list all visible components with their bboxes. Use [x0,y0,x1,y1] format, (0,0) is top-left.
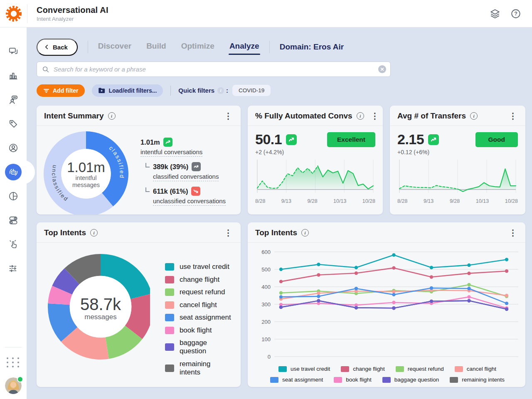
svg-text:500: 500 [261,266,271,273]
legend-swatch [270,377,278,383]
legend-swatch [165,263,174,271]
legend-item[interactable]: cancel flight [455,366,496,372]
x-tick-label: 10/28 [362,198,375,204]
legend-item[interactable]: book flight [165,326,233,335]
main-content: Back DiscoverBuildOptimizeAnalyze Domain… [27,27,532,399]
legend-item[interactable]: change flight [341,366,385,372]
tab-optimize[interactable]: Optimize [181,42,214,52]
filter-icon [43,88,49,94]
sidebar-item-user-account[interactable] [7,142,19,154]
back-button[interactable]: Back [37,39,78,56]
legend-swatch [396,366,404,372]
stat-label[interactable]: unclassified conversations [153,197,226,206]
legend-swatch [450,377,458,383]
search-input[interactable] [54,66,378,73]
sidebar-item-pie-chart[interactable] [7,190,19,202]
rating-badge[interactable]: Good [475,132,518,147]
stat-label[interactable]: intentful conversations [140,148,202,157]
legend-item[interactable]: request refund [396,366,444,372]
legend-item[interactable]: request refund [165,288,233,296]
clear-search-icon[interactable]: ✕ [378,65,386,73]
domain-label: Domain: Eros Air [280,42,344,52]
info-icon[interactable]: i [217,87,224,94]
rating-badge[interactable]: Excellent [327,132,375,147]
sidebar-item-settings-sliders[interactable] [7,263,19,274]
card-title: Intent Summary [44,111,104,121]
trend-down-icon [191,187,200,196]
filter-row: Add filter Load/edit filters... Quick fi… [37,84,525,97]
stat-label[interactable]: classified conversations [153,173,219,181]
legend-label: use travel credit [180,263,229,271]
apps-grid-icon[interactable] [7,357,20,367]
legend-item[interactable]: baggage question [165,339,233,355]
legend-swatch [165,343,174,351]
tab-bar: DiscoverBuildOptimizeAnalyze [98,42,259,52]
search-bar: ✕ [37,62,391,77]
x-tick-label: 9/28 [307,198,317,204]
info-icon[interactable]: i [470,112,478,120]
sidebar-item-analytics[interactable] [7,70,19,81]
legend-item[interactable]: cancel flight [165,301,233,309]
svg-text:0: 0 [268,354,271,360]
x-tick-label: 10/13 [333,198,346,204]
legend-label: book flight [180,326,212,335]
tab-build[interactable]: Build [146,42,166,52]
sidebar-item-tags[interactable] [7,118,19,130]
info-icon[interactable]: i [90,229,98,236]
legend-swatch [278,366,287,372]
legend-item[interactable]: remaining intents [165,360,233,377]
intent-stat-row: 389k (39%)classified conversations [145,162,226,181]
top-intents-lines-card: Top Intents i ⋮ 0100200300400500600 use … [248,222,525,387]
legend-item[interactable]: book flight [334,377,372,383]
info-icon[interactable]: i [357,112,364,120]
tree-corner-icon [145,187,150,192]
trend-up-icon [163,138,172,147]
quick-filter-chips: COVID-19 [232,85,271,96]
kebab-menu-icon[interactable]: ⋮ [507,112,519,120]
intent-stat-row: 611k (61%)unclassified conversations [145,187,226,206]
legend-item[interactable]: baggage question [382,377,439,383]
sidebar-item-agent-chat[interactable] [7,94,19,106]
help-icon[interactable]: ? [510,8,521,19]
legend-item[interactable]: seat assignment [165,313,233,322]
legend-item[interactable]: seat assignment [270,377,323,383]
add-filter-button[interactable]: Add filter [37,84,85,97]
legend-item[interactable]: use travel credit [278,366,330,372]
legend-item[interactable]: use travel credit [165,263,233,271]
legend-label: baggage question [394,377,439,383]
legend-swatch [165,314,174,321]
sidebar-item-toggles[interactable] [7,214,19,226]
card-title: % Fully Automated Convs [255,111,352,121]
info-icon[interactable]: i [108,112,116,120]
legend-item[interactable]: change flight [165,276,233,284]
tag-icon [8,118,19,129]
kebab-menu-icon[interactable]: ⋮ [222,229,234,237]
filter-divider [170,86,171,96]
svg-text:600: 600 [261,249,271,255]
kebab-menu-icon[interactable]: ⋮ [369,112,381,120]
sidebar-item-bot[interactable] [5,164,22,180]
tab-analyze[interactable]: Analyze [229,42,259,52]
tab-discover[interactable]: Discover [98,42,131,52]
layers-icon[interactable] [490,8,500,19]
kebab-menu-icon[interactable]: ⋮ [507,229,519,237]
x-tick-label: 9/28 [450,198,460,204]
sidebar-item-conversations[interactable] [7,46,19,57]
user-avatar[interactable] [5,377,22,394]
legend-item[interactable]: remaining intents [450,377,505,383]
info-icon[interactable]: i [301,229,309,236]
folder-star-icon [98,87,105,94]
sidebar-item-gesture[interactable] [7,239,19,250]
app-title: Conversational AI [37,5,108,15]
legend-swatch [165,327,174,334]
svg-text:messages: messages [72,182,100,188]
load-filters-button[interactable]: Load/edit filters... [92,84,163,97]
card-title: Avg # of Transfers [397,111,466,121]
quick-filter-chip[interactable]: COVID-19 [232,85,271,96]
intent-summary-donut-chart: classifiedunclassified1.01mintentfulmess… [43,131,129,214]
top-intents-donut-chart: 58.7kmessages [47,254,150,360]
x-axis-ticks: 8/289/139/2810/1310/28 [255,198,375,204]
legend-label: seat assignment [282,377,323,383]
kebab-menu-icon[interactable]: ⋮ [222,112,234,120]
legend-swatch [334,377,342,383]
